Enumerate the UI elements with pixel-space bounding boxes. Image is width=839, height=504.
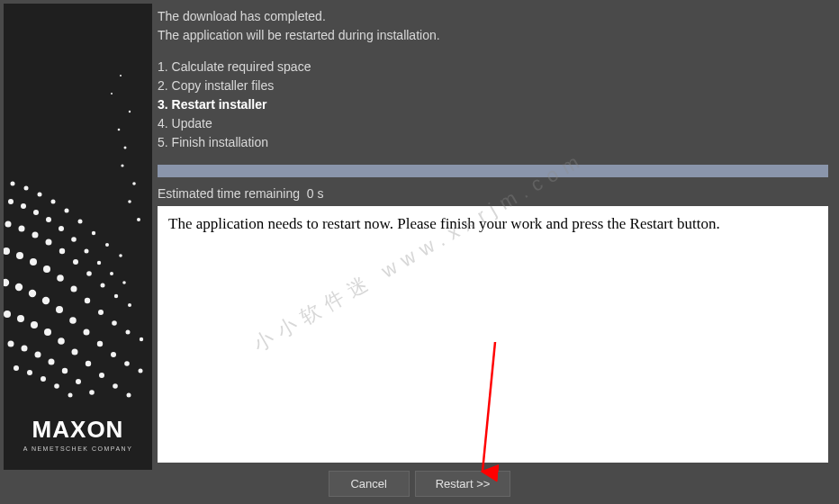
header-line-2: The application will be restarted during… xyxy=(158,26,828,45)
svg-point-72 xyxy=(54,383,59,389)
svg-point-65 xyxy=(49,359,55,365)
svg-point-3 xyxy=(38,193,42,197)
header-line-1: The download has completed. xyxy=(158,7,828,26)
svg-point-21 xyxy=(19,226,25,232)
step-item: 4. Update xyxy=(158,114,828,133)
svg-point-17 xyxy=(97,261,101,265)
svg-point-51 xyxy=(139,369,143,374)
sidebar-graphic-panel: MAXON A NEMETSCHEK COMPANY xyxy=(4,4,152,470)
svg-point-63 xyxy=(22,346,28,352)
time-remaining-label: Estimated time remaining 0 s xyxy=(158,186,828,201)
svg-point-62 xyxy=(8,341,14,347)
svg-point-47 xyxy=(84,329,90,336)
brand-logo: MAXON A NEMETSCHEK COMPANY xyxy=(4,416,152,452)
svg-point-27 xyxy=(101,284,105,288)
svg-point-31 xyxy=(16,252,23,259)
svg-point-52 xyxy=(4,310,11,318)
svg-point-66 xyxy=(62,368,68,374)
svg-point-15 xyxy=(71,237,77,242)
svg-rect-0 xyxy=(4,4,152,470)
header-text: The download has completed. The applicat… xyxy=(158,7,828,45)
step-item-current: 3. Restart installer xyxy=(158,95,828,114)
svg-point-43 xyxy=(29,290,36,297)
svg-point-33 xyxy=(43,266,50,273)
svg-point-8 xyxy=(105,243,109,247)
svg-point-4 xyxy=(51,200,56,204)
brand-tagline: A NEMETSCHEK COMPANY xyxy=(4,446,152,452)
svg-point-10 xyxy=(8,199,14,204)
step-item: 2. Copy installer files xyxy=(158,76,828,95)
cancel-button[interactable]: Cancel xyxy=(329,471,410,497)
svg-point-18 xyxy=(110,272,113,275)
svg-point-79 xyxy=(111,93,113,94)
svg-point-70 xyxy=(27,370,32,375)
svg-point-32 xyxy=(30,258,37,266)
svg-point-12 xyxy=(33,210,39,215)
svg-point-81 xyxy=(121,164,123,166)
svg-point-58 xyxy=(86,361,91,366)
svg-point-45 xyxy=(56,306,63,313)
svg-point-6 xyxy=(78,220,83,224)
svg-point-57 xyxy=(72,349,78,356)
svg-point-44 xyxy=(42,297,50,304)
svg-point-24 xyxy=(59,248,65,254)
svg-point-73 xyxy=(68,393,73,398)
svg-point-55 xyxy=(44,328,51,336)
message-panel: The application needs to restart now. Pl… xyxy=(158,206,828,463)
svg-point-75 xyxy=(129,111,131,112)
svg-point-16 xyxy=(85,249,89,254)
svg-point-53 xyxy=(17,315,24,322)
svg-point-56 xyxy=(58,338,65,345)
svg-point-68 xyxy=(89,390,95,395)
svg-point-38 xyxy=(112,320,117,326)
svg-point-80 xyxy=(118,129,121,131)
svg-point-37 xyxy=(98,310,104,315)
svg-point-26 xyxy=(86,271,92,276)
svg-point-28 xyxy=(114,294,118,298)
dots-wave-graphic xyxy=(4,4,152,470)
progress-bar xyxy=(158,165,828,177)
svg-point-1 xyxy=(11,182,15,186)
svg-point-23 xyxy=(46,239,52,246)
content-panel: The download has completed. The applicat… xyxy=(152,0,839,466)
svg-point-20 xyxy=(5,221,12,228)
svg-point-67 xyxy=(76,379,81,384)
svg-point-82 xyxy=(128,200,131,203)
svg-point-78 xyxy=(137,218,140,221)
svg-point-48 xyxy=(97,341,103,346)
svg-point-40 xyxy=(140,338,143,341)
svg-point-7 xyxy=(92,231,95,235)
svg-point-19 xyxy=(122,281,126,284)
install-steps-list: 1. Calculate required space 2. Copy inst… xyxy=(158,58,828,152)
progress-bar-fill xyxy=(158,165,828,177)
svg-point-39 xyxy=(126,330,131,335)
svg-point-25 xyxy=(73,259,78,265)
svg-point-64 xyxy=(35,352,41,358)
svg-point-11 xyxy=(21,203,26,209)
svg-point-5 xyxy=(65,209,69,213)
svg-point-50 xyxy=(124,361,130,366)
svg-point-29 xyxy=(128,303,131,307)
step-item: 1. Calculate required space xyxy=(158,58,828,76)
svg-point-2 xyxy=(24,186,29,191)
svg-point-9 xyxy=(119,254,122,257)
svg-point-61 xyxy=(127,393,131,398)
svg-point-59 xyxy=(99,373,104,378)
svg-point-13 xyxy=(46,217,51,222)
svg-point-74 xyxy=(120,75,122,76)
svg-point-36 xyxy=(85,298,90,303)
step-item: 5. Finish installation xyxy=(158,133,828,152)
svg-point-35 xyxy=(71,286,77,292)
svg-point-49 xyxy=(111,352,116,357)
svg-point-77 xyxy=(132,182,136,185)
svg-point-60 xyxy=(113,383,118,389)
installer-window: MAXON A NEMETSCHEK COMPANY The download … xyxy=(0,0,839,466)
svg-point-46 xyxy=(69,317,77,324)
svg-point-34 xyxy=(57,274,64,282)
svg-point-42 xyxy=(15,284,23,291)
svg-point-71 xyxy=(41,376,46,382)
brand-name: MAXON xyxy=(4,416,152,444)
restart-button[interactable]: Restart >> xyxy=(415,471,511,497)
svg-point-76 xyxy=(124,147,127,149)
svg-point-69 xyxy=(14,365,19,371)
